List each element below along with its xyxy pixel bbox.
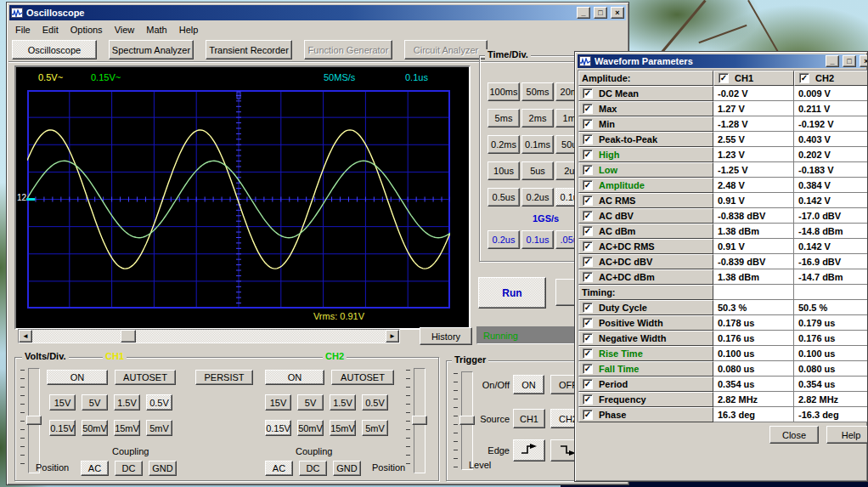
- param-label[interactable]: ✓Phase: [578, 407, 713, 422]
- param-label[interactable]: ✓AC dBV: [578, 208, 713, 224]
- param-label[interactable]: ✓Frequency: [578, 392, 713, 407]
- param-checkbox[interactable]: ✓: [583, 165, 593, 175]
- ch1-volts-5mV[interactable]: 5mV: [146, 420, 172, 436]
- param-label[interactable]: ✓Rise Time: [578, 346, 713, 361]
- ch1-volts-15V[interactable]: 15V: [49, 394, 76, 411]
- timediv-100ms[interactable]: 100ms: [488, 82, 520, 101]
- trigger-level-slider[interactable]: [454, 371, 476, 470]
- timediv-0.2us[interactable]: 0.2us: [521, 188, 554, 207]
- param-label[interactable]: ✓Period: [578, 377, 713, 392]
- params-close-action-button[interactable]: Close: [769, 426, 819, 444]
- param-checkbox[interactable]: ✓: [583, 195, 593, 206]
- channel-position-marker[interactable]: 12▬: [17, 193, 35, 202]
- tab-oscilloscope[interactable]: Oscilloscope: [12, 40, 97, 59]
- timediv-0.2ms[interactable]: 0.2ms: [488, 135, 520, 154]
- ch1-volts-0.5V[interactable]: 0.5V: [146, 394, 172, 411]
- menu-file[interactable]: File: [9, 23, 37, 37]
- timediv-5us[interactable]: 5us: [521, 161, 554, 180]
- ch1-autoset-button[interactable]: AUTOSET: [115, 370, 176, 385]
- param-checkbox[interactable]: ✓: [583, 257, 593, 267]
- scroll-right-button[interactable]: ►: [386, 330, 399, 343]
- params-help-button[interactable]: Help: [826, 426, 868, 444]
- param-label[interactable]: ✓Max: [578, 101, 713, 116]
- param-label[interactable]: ✓AC dBm: [578, 224, 713, 239]
- ch2-volts-15mV[interactable]: 15mV: [330, 420, 356, 436]
- timediv-fast-0.1us[interactable]: 0.1us: [521, 230, 554, 249]
- timediv-fast-0.2us[interactable]: 0.2us: [488, 230, 520, 249]
- ch1-volts-15mV[interactable]: 15mV: [114, 420, 140, 436]
- param-checkbox[interactable]: ✓: [583, 272, 593, 282]
- trigger-on-button[interactable]: ON: [513, 375, 544, 394]
- ch1-coupling-gnd[interactable]: GND: [149, 461, 177, 476]
- ch1-volts-1.5V[interactable]: 1.5V: [114, 394, 140, 411]
- param-label[interactable]: ✓Fall Time: [578, 361, 713, 377]
- param-checkbox[interactable]: ✓: [583, 88, 593, 99]
- scope-scrollbar[interactable]: ◄ ►: [18, 329, 400, 343]
- run-button[interactable]: Run: [478, 277, 546, 309]
- param-label[interactable]: ✓Min: [578, 116, 713, 132]
- param-label[interactable]: ✓Peak-to-Peak: [578, 132, 713, 147]
- timediv-50ms[interactable]: 50ms: [521, 82, 554, 101]
- ch1-coupling-dc[interactable]: DC: [115, 461, 143, 476]
- ch1-coupling-ac[interactable]: AC: [81, 461, 109, 476]
- menu-edit[interactable]: Edit: [37, 23, 65, 37]
- timediv-0.5us[interactable]: 0.5us: [488, 188, 520, 207]
- param-checkbox[interactable]: ✓: [583, 333, 593, 343]
- menu-help[interactable]: Help: [173, 23, 205, 37]
- timediv-10us[interactable]: 10us: [488, 161, 520, 180]
- ch2-on-button[interactable]: ON: [265, 370, 324, 385]
- param-label[interactable]: ✓DC Mean: [578, 86, 713, 101]
- maximize-button[interactable]: □: [594, 7, 607, 19]
- param-checkbox[interactable]: ✓: [583, 226, 593, 236]
- ch2-volts-0.15V[interactable]: 0.15V: [265, 420, 291, 436]
- main-titlebar[interactable]: Oscilloscope _ □ ×: [9, 5, 626, 20]
- ch2-volts-15V[interactable]: 15V: [265, 394, 291, 411]
- param-checkbox[interactable]: ✓: [583, 119, 593, 129]
- history-button[interactable]: History: [420, 327, 472, 345]
- param-checkbox[interactable]: ✓: [583, 241, 593, 252]
- params-titlebar[interactable]: Waveform Parameters _ □ ×: [578, 54, 865, 68]
- param-checkbox[interactable]: ✓: [583, 318, 593, 328]
- param-checkbox[interactable]: ✓: [583, 180, 593, 190]
- param-checkbox[interactable]: ✓: [583, 150, 593, 160]
- ch1-position-slider[interactable]: [20, 368, 42, 473]
- menu-view[interactable]: View: [109, 23, 141, 37]
- param-label[interactable]: ✓AC RMS: [578, 193, 713, 208]
- close-button[interactable]: ×: [611, 7, 624, 19]
- param-label[interactable]: ✓Positive Width: [578, 315, 713, 331]
- ch2-volts-1.5V[interactable]: 1.5V: [330, 394, 356, 411]
- trigger-source-ch1-button[interactable]: CH1: [513, 409, 545, 428]
- params-maximize-button[interactable]: □: [843, 55, 856, 67]
- ch1-on-button[interactable]: ON: [47, 370, 108, 385]
- ch1-volts-5V[interactable]: 5V: [82, 394, 108, 411]
- ch2-coupling-gnd[interactable]: GND: [333, 461, 361, 476]
- ch1-volts-0.15V[interactable]: 0.15V: [49, 420, 76, 436]
- ch2-autoset-button[interactable]: AUTOSET: [331, 370, 394, 385]
- ch2-checkbox[interactable]: ✓: [799, 73, 809, 83]
- ch2-volts-5mV[interactable]: 5mV: [362, 420, 388, 436]
- param-label[interactable]: ✓Negative Width: [578, 331, 713, 346]
- ch2-volts-50mV[interactable]: 50mV: [297, 420, 324, 436]
- param-label[interactable]: ✓Low: [578, 162, 713, 178]
- scroll-left-button[interactable]: ◄: [19, 330, 32, 343]
- ch2-coupling-ac[interactable]: AC: [265, 461, 293, 476]
- rising-edge-button[interactable]: [513, 439, 545, 462]
- params-minimize-button[interactable]: _: [826, 55, 839, 67]
- param-checkbox[interactable]: ✓: [583, 134, 593, 144]
- param-label[interactable]: Timing:: [578, 285, 713, 300]
- persist-button[interactable]: PERSIST: [195, 370, 253, 385]
- param-checkbox[interactable]: ✓: [583, 364, 593, 374]
- ch2-position-slider[interactable]: [406, 368, 428, 473]
- timediv-5ms[interactable]: 5ms: [488, 109, 520, 127]
- timediv-2ms[interactable]: 2ms: [521, 109, 554, 127]
- menu-math[interactable]: Math: [140, 23, 172, 37]
- ch2-volts-0.5V[interactable]: 0.5V: [362, 394, 388, 411]
- ch2-volts-5V[interactable]: 5V: [297, 394, 324, 411]
- param-checkbox[interactable]: ✓: [583, 104, 593, 114]
- params-close-button[interactable]: ×: [860, 55, 868, 67]
- tab-transient-recorder[interactable]: Transient Recorder: [206, 40, 292, 59]
- param-label[interactable]: ✓AC+DC RMS: [578, 239, 713, 254]
- ch1-checkbox[interactable]: ✓: [719, 73, 729, 83]
- scrollbar-thumb[interactable]: [121, 330, 136, 343]
- timediv-0.1ms[interactable]: 0.1ms: [521, 135, 554, 154]
